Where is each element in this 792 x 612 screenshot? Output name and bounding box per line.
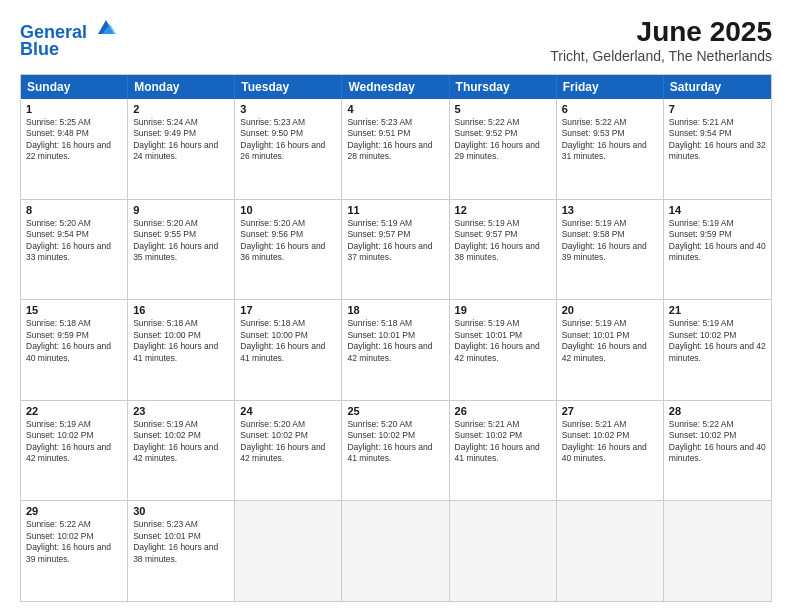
day-info: Sunrise: 5:19 AMSunset: 10:01 PMDaylight… [562,318,658,364]
day-number: 5 [455,103,551,115]
day-number: 10 [240,204,336,216]
day-info: Sunrise: 5:20 AMSunset: 10:02 PMDaylight… [240,419,336,465]
day-number: 30 [133,505,229,517]
day-info: Sunrise: 5:19 AMSunset: 9:57 PMDaylight:… [455,218,551,264]
day-info: Sunrise: 5:18 AMSunset: 10:01 PMDaylight… [347,318,443,364]
day-info: Sunrise: 5:19 AMSunset: 9:57 PMDaylight:… [347,218,443,264]
day-info: Sunrise: 5:19 AMSunset: 10:01 PMDaylight… [455,318,551,364]
calendar-cell: 25Sunrise: 5:20 AMSunset: 10:02 PMDaylig… [342,401,449,501]
calendar-row: 22Sunrise: 5:19 AMSunset: 10:02 PMDaylig… [21,401,771,502]
calendar-cell: 20Sunrise: 5:19 AMSunset: 10:01 PMDaylig… [557,300,664,400]
month-title: June 2025 [550,16,772,48]
calendar-row: 1Sunrise: 5:25 AMSunset: 9:48 PMDaylight… [21,99,771,200]
day-info: Sunrise: 5:23 AMSunset: 9:50 PMDaylight:… [240,117,336,163]
calendar-cell: 9Sunrise: 5:20 AMSunset: 9:55 PMDaylight… [128,200,235,300]
weekday-header: Monday [128,75,235,99]
header: General Blue June 2025 Tricht, Gelderlan… [20,16,772,64]
calendar-cell: 3Sunrise: 5:23 AMSunset: 9:50 PMDaylight… [235,99,342,199]
day-number: 13 [562,204,658,216]
calendar-cell [557,501,664,601]
weekday-header: Friday [557,75,664,99]
calendar-cell: 16Sunrise: 5:18 AMSunset: 10:00 PMDaylig… [128,300,235,400]
calendar-cell [450,501,557,601]
calendar-cell: 2Sunrise: 5:24 AMSunset: 9:49 PMDaylight… [128,99,235,199]
day-number: 14 [669,204,766,216]
day-info: Sunrise: 5:23 AMSunset: 10:01 PMDaylight… [133,519,229,565]
title-block: June 2025 Tricht, Gelderland, The Nether… [550,16,772,64]
day-info: Sunrise: 5:24 AMSunset: 9:49 PMDaylight:… [133,117,229,163]
day-info: Sunrise: 5:20 AMSunset: 9:56 PMDaylight:… [240,218,336,264]
calendar-cell: 22Sunrise: 5:19 AMSunset: 10:02 PMDaylig… [21,401,128,501]
day-number: 28 [669,405,766,417]
weekday-header: Thursday [450,75,557,99]
weekday-header: Sunday [21,75,128,99]
day-info: Sunrise: 5:21 AMSunset: 9:54 PMDaylight:… [669,117,766,163]
day-info: Sunrise: 5:25 AMSunset: 9:48 PMDaylight:… [26,117,122,163]
day-info: Sunrise: 5:19 AMSunset: 10:02 PMDaylight… [669,318,766,364]
calendar-header: SundayMondayTuesdayWednesdayThursdayFrid… [21,75,771,99]
weekday-header: Tuesday [235,75,342,99]
calendar-cell: 4Sunrise: 5:23 AMSunset: 9:51 PMDaylight… [342,99,449,199]
day-info: Sunrise: 5:22 AMSunset: 10:02 PMDaylight… [26,519,122,565]
day-info: Sunrise: 5:19 AMSunset: 9:58 PMDaylight:… [562,218,658,264]
calendar-row: 15Sunrise: 5:18 AMSunset: 9:59 PMDayligh… [21,300,771,401]
day-info: Sunrise: 5:21 AMSunset: 10:02 PMDaylight… [455,419,551,465]
calendar-cell: 10Sunrise: 5:20 AMSunset: 9:56 PMDayligh… [235,200,342,300]
day-number: 9 [133,204,229,216]
day-info: Sunrise: 5:19 AMSunset: 10:02 PMDaylight… [133,419,229,465]
day-number: 23 [133,405,229,417]
day-number: 29 [26,505,122,517]
day-number: 16 [133,304,229,316]
calendar-cell [342,501,449,601]
calendar-cell: 24Sunrise: 5:20 AMSunset: 10:02 PMDaylig… [235,401,342,501]
day-number: 17 [240,304,336,316]
calendar-cell: 13Sunrise: 5:19 AMSunset: 9:58 PMDayligh… [557,200,664,300]
day-info: Sunrise: 5:18 AMSunset: 10:00 PMDaylight… [240,318,336,364]
logo-icon [94,16,116,38]
day-info: Sunrise: 5:20 AMSunset: 10:02 PMDaylight… [347,419,443,465]
day-info: Sunrise: 5:19 AMSunset: 9:59 PMDaylight:… [669,218,766,264]
location: Tricht, Gelderland, The Netherlands [550,48,772,64]
day-number: 2 [133,103,229,115]
day-number: 27 [562,405,658,417]
calendar-cell: 14Sunrise: 5:19 AMSunset: 9:59 PMDayligh… [664,200,771,300]
day-number: 26 [455,405,551,417]
calendar-cell: 29Sunrise: 5:22 AMSunset: 10:02 PMDaylig… [21,501,128,601]
day-info: Sunrise: 5:18 AMSunset: 9:59 PMDaylight:… [26,318,122,364]
calendar-cell: 23Sunrise: 5:19 AMSunset: 10:02 PMDaylig… [128,401,235,501]
day-info: Sunrise: 5:22 AMSunset: 9:52 PMDaylight:… [455,117,551,163]
calendar-cell: 8Sunrise: 5:20 AMSunset: 9:54 PMDaylight… [21,200,128,300]
day-number: 3 [240,103,336,115]
day-number: 19 [455,304,551,316]
calendar-page: General Blue June 2025 Tricht, Gelderlan… [0,0,792,612]
calendar-row: 8Sunrise: 5:20 AMSunset: 9:54 PMDaylight… [21,200,771,301]
day-number: 15 [26,304,122,316]
calendar-cell: 11Sunrise: 5:19 AMSunset: 9:57 PMDayligh… [342,200,449,300]
day-info: Sunrise: 5:20 AMSunset: 9:54 PMDaylight:… [26,218,122,264]
calendar-cell: 12Sunrise: 5:19 AMSunset: 9:57 PMDayligh… [450,200,557,300]
day-info: Sunrise: 5:21 AMSunset: 10:02 PMDaylight… [562,419,658,465]
calendar-cell: 17Sunrise: 5:18 AMSunset: 10:00 PMDaylig… [235,300,342,400]
day-info: Sunrise: 5:19 AMSunset: 10:02 PMDaylight… [26,419,122,465]
day-number: 21 [669,304,766,316]
day-number: 25 [347,405,443,417]
day-number: 8 [26,204,122,216]
calendar-cell: 30Sunrise: 5:23 AMSunset: 10:01 PMDaylig… [128,501,235,601]
calendar-row: 29Sunrise: 5:22 AMSunset: 10:02 PMDaylig… [21,501,771,601]
calendar-cell: 19Sunrise: 5:19 AMSunset: 10:01 PMDaylig… [450,300,557,400]
logo: General Blue [20,16,116,60]
day-number: 11 [347,204,443,216]
day-number: 18 [347,304,443,316]
day-number: 1 [26,103,122,115]
calendar: SundayMondayTuesdayWednesdayThursdayFrid… [20,74,772,602]
day-number: 6 [562,103,658,115]
calendar-cell: 5Sunrise: 5:22 AMSunset: 9:52 PMDaylight… [450,99,557,199]
calendar-cell: 1Sunrise: 5:25 AMSunset: 9:48 PMDaylight… [21,99,128,199]
weekday-header: Wednesday [342,75,449,99]
day-number: 7 [669,103,766,115]
day-number: 24 [240,405,336,417]
calendar-cell: 18Sunrise: 5:18 AMSunset: 10:01 PMDaylig… [342,300,449,400]
calendar-cell: 26Sunrise: 5:21 AMSunset: 10:02 PMDaylig… [450,401,557,501]
calendar-cell: 6Sunrise: 5:22 AMSunset: 9:53 PMDaylight… [557,99,664,199]
day-info: Sunrise: 5:22 AMSunset: 9:53 PMDaylight:… [562,117,658,163]
